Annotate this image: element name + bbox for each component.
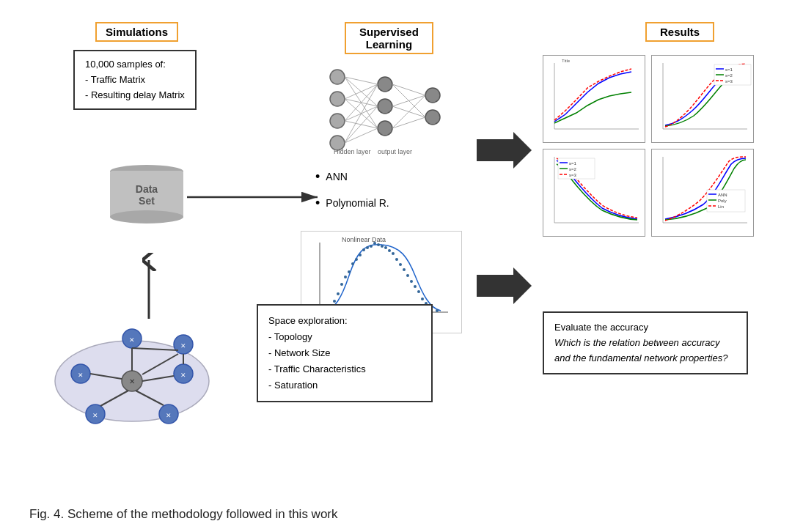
results-label: Results <box>645 22 714 42</box>
svg-point-57 <box>351 262 354 265</box>
space-item-2: - Network Size <box>268 345 421 361</box>
big-arrow-2 <box>473 264 535 308</box>
result-chart-4: ANN Poly Lin <box>651 149 754 237</box>
svg-line-21 <box>345 106 378 143</box>
svg-line-22 <box>345 128 378 143</box>
evaluate-line5: network properties? <box>644 352 727 363</box>
dataset-label2: Set <box>136 195 158 207</box>
svg-point-53 <box>388 249 391 252</box>
svg-text:✕: ✕ <box>129 377 135 385</box>
supervised-learning-label: Supervised Learning <box>345 22 433 54</box>
svg-line-23 <box>392 84 425 95</box>
svg-point-4 <box>330 114 345 128</box>
svg-point-37 <box>348 270 351 273</box>
svg-text:s=1: s=1 <box>725 67 733 72</box>
svg-point-10 <box>425 110 440 125</box>
svg-text:✕: ✕ <box>180 372 186 379</box>
space-exploration-box: Space exploration: - Topology - Network … <box>257 304 433 402</box>
page-container: Simulations 10,000 samples of: - Traffic… <box>0 0 792 532</box>
svg-point-61 <box>410 280 413 283</box>
space-exploration-title: Space exploration: <box>268 313 421 329</box>
figure-caption: Fig. 4. Scheme of the methodology follow… <box>29 507 338 522</box>
svg-text:✕: ✕ <box>92 412 98 419</box>
svg-line-14 <box>345 84 378 99</box>
svg-point-35 <box>333 300 336 303</box>
svg-line-27 <box>392 95 425 128</box>
svg-point-8 <box>378 121 392 136</box>
svg-point-6 <box>378 77 392 92</box>
dataset-label1: Data <box>136 183 158 195</box>
svg-text:Nonlinear Data: Nonlinear Data <box>342 236 386 243</box>
svg-text:ANN: ANN <box>718 193 727 197</box>
svg-point-51 <box>359 254 362 256</box>
svg-point-43 <box>392 252 395 255</box>
space-item-3: - Traffic Characteristics <box>268 361 421 377</box>
svg-text:output layer: output layer <box>378 148 412 155</box>
svg-point-60 <box>395 258 398 261</box>
svg-point-58 <box>366 246 369 249</box>
svg-point-59 <box>381 245 384 248</box>
svg-point-47 <box>421 298 424 300</box>
svg-point-54 <box>403 268 406 271</box>
svg-text:✕: ✕ <box>78 372 84 379</box>
ann-bullet2: Polynomial R. <box>326 194 389 213</box>
results-charts: Title s=1 s=2 s=3 <box>543 55 754 237</box>
svg-point-52 <box>373 242 376 245</box>
samples-line3: - Resulting delay Matrix <box>85 88 185 103</box>
svg-text:s=3: s=3 <box>569 173 577 177</box>
result-chart-3: s=1 s=2 s=3 <box>543 149 645 237</box>
cylinder-bottom <box>110 210 183 223</box>
results-text: Results <box>660 26 700 38</box>
svg-line-20 <box>345 84 378 143</box>
svg-text:✕: ✕ <box>180 342 186 350</box>
arrow-right-dataset <box>187 188 323 206</box>
svg-text:Poly: Poly <box>718 199 727 203</box>
supervised-line2: Learning <box>359 38 419 51</box>
svg-text:Hidden layer: Hidden layer <box>334 148 371 155</box>
svg-text:s=2: s=2 <box>569 167 577 171</box>
svg-point-42 <box>384 246 387 249</box>
diagram-area: Simulations 10,000 samples of: - Traffic… <box>29 15 763 469</box>
svg-point-41 <box>377 243 380 246</box>
svg-point-56 <box>337 292 340 295</box>
samples-line1: 10,000 samples of: <box>85 57 185 73</box>
simulations-label: Simulations <box>95 22 178 42</box>
svg-point-38 <box>355 258 358 261</box>
ann-box: • ANN • Polynomial R. <box>315 165 389 215</box>
svg-line-11 <box>345 77 378 84</box>
neural-network-diagram: Hidden layer output layer <box>315 59 477 161</box>
space-item-1: - Topology <box>268 329 421 345</box>
svg-text:s=3: s=3 <box>725 79 733 84</box>
samples-line2: - Traffic Matrix <box>85 73 185 88</box>
svg-point-40 <box>370 245 373 248</box>
evaluate-line4: the fundamental <box>573 352 641 363</box>
svg-marker-63 <box>477 132 532 169</box>
svg-point-2 <box>330 70 345 84</box>
network-diagram-svg: ✕ ✕ ✕ ✕ ✕ ✕ ✕ <box>48 308 216 425</box>
result-chart-1: Title <box>543 55 645 143</box>
svg-text:Lin: Lin <box>718 204 724 209</box>
simulations-text: Simulations <box>106 26 168 38</box>
svg-point-46 <box>414 285 417 288</box>
svg-point-50 <box>344 276 347 278</box>
svg-point-36 <box>340 283 343 286</box>
svg-point-55 <box>417 290 420 293</box>
svg-text:Title: Title <box>562 59 571 63</box>
svg-line-28 <box>392 117 425 128</box>
svg-text:✕: ✕ <box>166 412 172 419</box>
supervised-line1: Supervised <box>359 26 419 38</box>
svg-point-7 <box>378 99 392 114</box>
ann-bullet1: ANN <box>326 168 348 186</box>
svg-point-39 <box>362 248 365 251</box>
svg-text:✕: ✕ <box>129 336 135 344</box>
svg-marker-64 <box>477 267 532 304</box>
svg-point-3 <box>330 92 345 106</box>
nn-svg: Hidden layer output layer <box>315 59 477 158</box>
dataset-cylinder: Data Set <box>110 165 183 223</box>
result-chart-2: s=1 s=2 s=3 <box>651 55 754 143</box>
svg-point-45 <box>406 274 409 277</box>
svg-line-17 <box>345 84 378 121</box>
svg-point-44 <box>399 263 402 266</box>
svg-point-49 <box>436 309 439 312</box>
samples-box: 10,000 samples of: - Traffic Matrix - Re… <box>73 50 197 110</box>
